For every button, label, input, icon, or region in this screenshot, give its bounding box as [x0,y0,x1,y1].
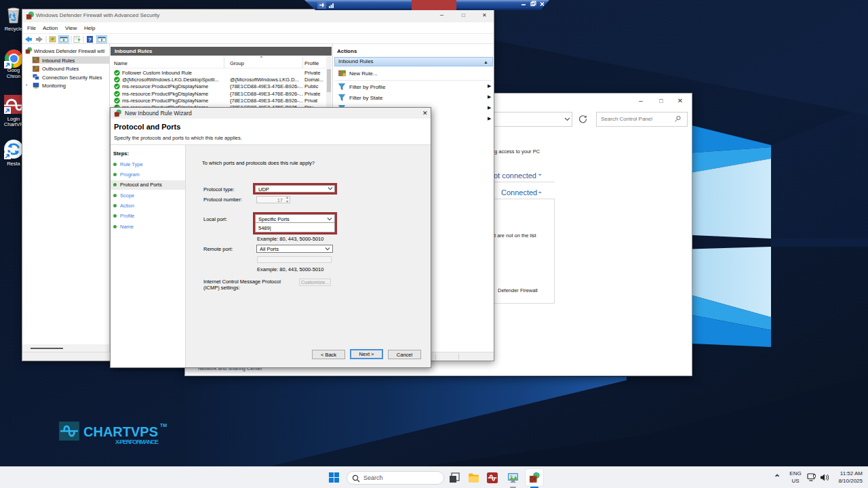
svg-text:TM: TM [160,423,167,428]
svg-text:?: ? [88,37,92,43]
svg-text:X-PERFORMANCE: X-PERFORMANCE [115,439,159,445]
svg-text:CHARTVPS: CHARTVPS [83,424,158,439]
